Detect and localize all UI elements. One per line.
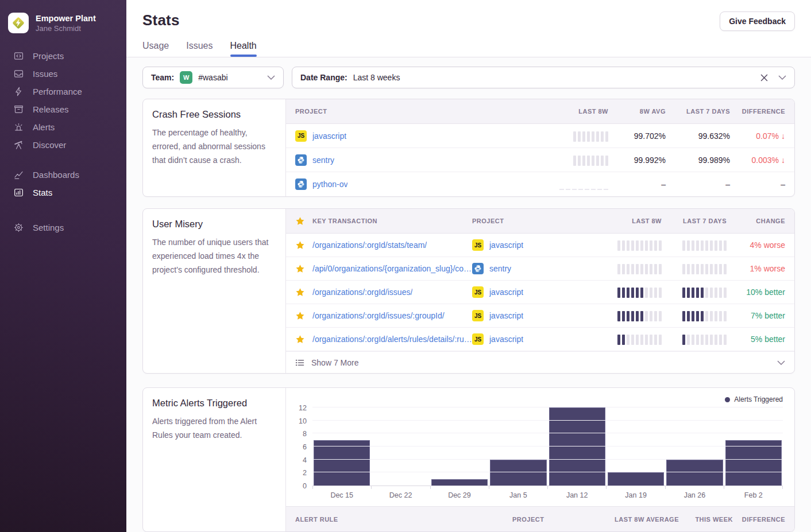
column-difference: DIFFERENCE (733, 516, 794, 523)
sidebar-item-label: Releases (33, 104, 69, 115)
column-change: CHANGE (727, 218, 794, 224)
key-transaction-star-icon[interactable] (295, 311, 305, 321)
show-more-label: Show 7 More (311, 358, 358, 367)
sidebar-item-label: Settings (33, 222, 64, 233)
tab-health[interactable]: Health (230, 41, 257, 57)
user-misery-panel: User Misery The number of unique users t… (142, 208, 795, 374)
avg-8w-value: – (608, 180, 666, 189)
key-transaction-star-icon[interactable] (295, 288, 305, 297)
metric-alerts-description: Metric Alerts Triggered Alerts triggered… (143, 388, 286, 531)
sidebar-item-label: Issues (33, 68, 57, 79)
table-row: /organizations/:orgId/issues/:groupId/ J… (286, 304, 794, 328)
table-row: /organizations/:orgId/alerts/rules/detai… (286, 328, 794, 351)
clear-date-range-icon[interactable] (760, 74, 768, 81)
project-link[interactable]: javascript (489, 240, 523, 250)
column-project: PROJECT (512, 516, 593, 523)
platform-python-icon (295, 154, 307, 166)
sidebar-item-issues[interactable]: Issues (0, 65, 126, 83)
org-logo (8, 13, 29, 33)
key-transaction-star-icon[interactable] (295, 335, 305, 344)
transaction-link[interactable]: /organizations/:orgId/stats/team/ (312, 240, 427, 250)
sidebar-item-label: Dashboards (33, 169, 79, 180)
project-link[interactable]: sentry (489, 264, 511, 273)
project-link[interactable]: javascript (489, 335, 523, 344)
transaction-link[interactable]: /organizations/:orgId/alerts/rules/detai… (312, 335, 472, 344)
date-range-select[interactable]: Date Range: Last 8 weeks (292, 67, 795, 88)
sidebar-item-dashboards[interactable]: Dashboards (0, 166, 126, 184)
change-value: 4% worse (727, 240, 794, 250)
platform-javascript-icon: JS (472, 310, 484, 321)
sidebar-item-settings[interactable]: Settings (0, 219, 126, 236)
team-select[interactable]: Team: W #wasabi (142, 67, 284, 88)
sidebar-item-releases[interactable]: Releases (0, 100, 126, 118)
avg-8w-value: 99.702% (608, 131, 666, 141)
dashboards-icon (13, 169, 24, 180)
releases-icon (13, 104, 24, 115)
table-header: KEY TRANSACTION PROJECT LAST 8W LAST 7 D… (286, 209, 794, 234)
sidebar-item-stats[interactable]: Stats (0, 184, 126, 201)
date-range-label: Date Range: (300, 73, 347, 82)
panel-title: Crash Free Sessions (152, 109, 276, 120)
platform-python-icon (472, 263, 484, 274)
user-misery-table: KEY TRANSACTION PROJECT LAST 8W LAST 7 D… (286, 209, 794, 373)
misery-score-8w (617, 310, 662, 321)
key-transaction-star-icon[interactable] (295, 240, 305, 250)
metric-alerts-panel: Metric Alerts Triggered Alerts triggered… (142, 387, 795, 532)
column-last-8w: LAST 8W (576, 218, 662, 224)
performance-icon (13, 86, 24, 97)
project-link[interactable]: javascript (489, 288, 523, 297)
project-link[interactable]: javascript (312, 131, 346, 141)
panel-title: Metric Alerts Triggered (152, 398, 276, 409)
misery-score-8w (617, 239, 662, 251)
chevron-down-icon[interactable] (778, 75, 786, 80)
date-range-value: Last 8 weeks (353, 73, 400, 82)
project-link[interactable]: sentry (312, 156, 334, 165)
column-alert-rule: ALERT RULE (286, 516, 512, 523)
avg-8w-value: 99.992% (608, 156, 666, 165)
sidebar-item-label: Stats (33, 187, 52, 198)
projects-icon (13, 51, 24, 61)
app-root: Empower Plant Jane Schmidt Projects Issu… (0, 0, 811, 532)
chart-x-axis: Dec 15Dec 22Dec 29Jan 5Jan 12Jan 19Jan 2… (312, 491, 783, 506)
crash-free-sparkline (573, 154, 608, 166)
give-feedback-button[interactable]: Give Feedback (720, 11, 795, 31)
alerts-icon (13, 122, 24, 133)
project-link[interactable]: javascript (489, 311, 523, 320)
sidebar-item-projects[interactable]: Projects (0, 47, 126, 65)
table-header: PROJECT LAST 8W 8W AVG LAST 7 DAYS DIFFE… (286, 99, 794, 124)
sidebar-divider (0, 201, 126, 219)
org-switcher[interactable]: Empower Plant Jane Schmidt (0, 9, 126, 47)
panel-title: User Misery (152, 219, 276, 230)
stats-icon (13, 187, 24, 198)
key-transaction-star-icon[interactable] (295, 264, 305, 274)
sidebar: Empower Plant Jane Schmidt Projects Issu… (0, 0, 126, 532)
crash-free-sparkline (559, 178, 608, 190)
sidebar-item-label: Projects (33, 51, 64, 61)
tab-usage[interactable]: Usage (142, 41, 169, 57)
list-icon (295, 358, 304, 367)
table-row: python-ov – – – (286, 172, 794, 196)
chevron-down-icon (267, 75, 275, 80)
sidebar-item-alerts[interactable]: Alerts (0, 118, 126, 136)
project-link[interactable]: python-ov (312, 180, 347, 189)
legend-label: Alerts Triggered (734, 395, 783, 403)
platform-javascript-icon: JS (472, 333, 484, 345)
chart-legend[interactable]: Alerts Triggered (293, 395, 783, 404)
panel-description: Alerts triggered from the Alert Rules yo… (152, 414, 276, 442)
team-select-label: Team: (151, 73, 174, 82)
team-avatar: W (180, 71, 192, 84)
sidebar-item-discover[interactable]: Discover (0, 136, 126, 154)
panel-description: The percentage of healthy, errored, and … (152, 126, 276, 167)
misery-score-7d (682, 239, 727, 251)
chevron-down-icon[interactable] (777, 360, 785, 365)
sidebar-item-performance[interactable]: Performance (0, 83, 126, 100)
transaction-link[interactable]: /organizations/:orgId/issues/ (312, 288, 412, 297)
page-content: Team: W #wasabi Date Range: Last 8 weeks (126, 57, 811, 532)
transaction-link[interactable]: /organizations/:orgId/issues/:groupId/ (312, 311, 445, 320)
tab-issues[interactable]: Issues (186, 41, 213, 57)
transaction-link[interactable]: /api/0/organizations/{organization_slug}… (312, 264, 472, 273)
show-more-row[interactable]: Show 7 More (286, 351, 794, 373)
table-row: /api/0/organizations/{organization_slug}… (286, 257, 794, 281)
change-value: 10% better (727, 288, 794, 297)
sidebar-item-label: Discover (33, 139, 66, 150)
